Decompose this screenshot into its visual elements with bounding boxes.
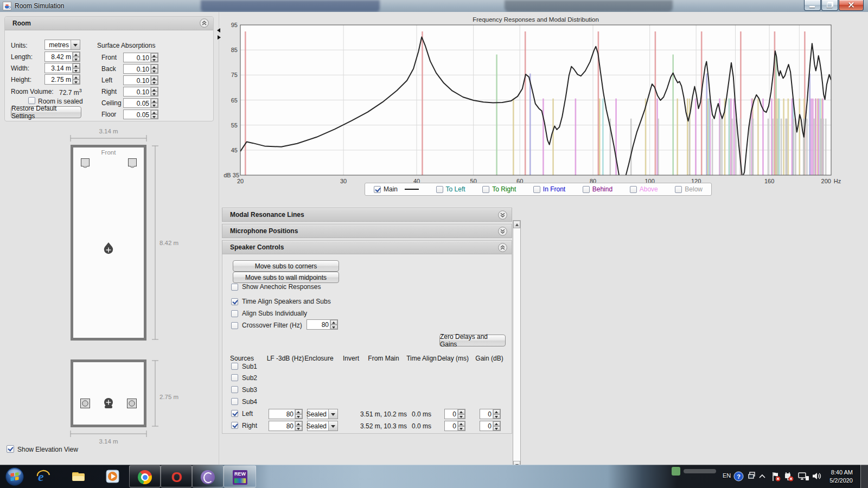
legend-checkbox-above[interactable] [630,186,637,193]
zero-delays-gains-button[interactable]: Zero Delays and Gains [439,335,506,346]
source-checkbox-sub3[interactable] [231,386,238,393]
spinner-up-icon[interactable] [295,409,302,414]
collapse-chevron-icon[interactable] [498,243,507,252]
spinner-down-icon[interactable] [151,80,158,85]
frequency-response-chart[interactable]: 958575655545dB 3520304050608010012016020… [221,22,845,185]
windows-explorer-icon[interactable] [71,469,86,484]
spinner-down-icon[interactable] [151,57,158,62]
media-player-icon[interactable] [105,469,120,484]
room-elevation-view-diagram[interactable]: 2.75 m 3.14 m [0,347,217,450]
spinner-down-icon[interactable] [151,114,158,119]
section-speaker-controls[interactable]: Speaker Controls [222,240,512,254]
taskbar-clock[interactable]: 8:40 AM 5/2/2020 [829,468,853,485]
dropdown-arrow-icon[interactable] [328,421,337,431]
speaker-option-checkbox[interactable] [231,298,238,305]
bittorrent-taskbar-button[interactable] [192,465,224,487]
gain-field[interactable]: 0 [480,409,501,419]
speaker-option-checkbox[interactable] [231,310,238,317]
minimize-button[interactable] [804,0,821,11]
spinner-up-icon[interactable] [151,53,158,57]
spinner-down-icon[interactable] [330,325,337,330]
show-desktop-button[interactable] [860,465,868,488]
spinner-up-icon[interactable] [493,421,500,426]
spinner-up-icon[interactable] [151,87,158,92]
close-button[interactable] [839,0,864,11]
right-speaker-icon[interactable] [129,159,137,168]
spinner-down-icon[interactable] [458,414,465,419]
source-checkbox-left[interactable] [231,410,238,417]
absorption-back-field[interactable]: 0.10 [123,64,158,74]
spinner-down-icon[interactable] [458,426,465,431]
spinner-down-icon[interactable] [493,426,500,431]
spinner-up-icon[interactable] [151,110,158,114]
units-dropdown[interactable]: metres [44,40,80,50]
spinner-down-icon[interactable] [151,92,158,96]
delay-field[interactable]: 0 [444,421,465,431]
spinner-up-icon[interactable] [330,320,337,325]
network-tray-icon[interactable] [797,471,809,482]
source-checkbox-sub4[interactable] [231,398,238,405]
spinner-up-icon[interactable] [458,409,465,414]
section-microphone-positions[interactable]: Microphone Positions [222,224,512,238]
spinner-up-icon[interactable] [493,409,500,414]
gain-field[interactable]: 0 [480,421,501,431]
room-top-view-diagram[interactable]: 3.14 m Front 8.42 m [0,124,217,347]
crossover-frequency-field[interactable]: 80 [307,319,338,330]
scroll-up-icon[interactable] [513,221,520,228]
lf-cutoff-field[interactable]: 80 [269,421,303,431]
spinner-up-icon[interactable] [458,421,465,426]
absorption-left-field[interactable]: 0.10 [123,75,158,85]
spinner-down-icon[interactable] [73,57,80,62]
spinner-down-icon[interactable] [295,426,302,431]
language-indicator[interactable]: EN [723,472,731,479]
length-field[interactable]: 8.42 m [44,52,80,62]
speaker-option-checkbox[interactable] [231,322,238,329]
absorption-floor-field[interactable]: 0.05 [123,110,158,119]
spinner-down-icon[interactable] [151,103,158,107]
start-button[interactable] [5,467,24,486]
spinner-down-icon[interactable] [295,414,302,419]
right-speaker-elevation-icon[interactable] [127,399,137,408]
spinner-up-icon[interactable] [295,421,302,426]
height-field[interactable]: 2.75 m [44,74,80,85]
spinner-down-icon[interactable] [73,80,80,85]
source-checkbox-sub1[interactable] [231,363,238,370]
action-center-flag-icon[interactable] [770,471,781,482]
collapse-chevron-icon[interactable] [200,18,209,28]
legend-checkbox-main[interactable] [374,186,381,193]
dropdown-arrow-icon[interactable] [328,409,337,419]
rew-taskbar-button[interactable]: REW [224,465,256,487]
section-modal-resonance-lines[interactable]: Modal Resonance Lines [222,208,512,222]
absorption-ceiling-field[interactable]: 0.05 [123,98,158,108]
chrome-taskbar-button[interactable] [129,465,161,487]
device-problem-tray-icon[interactable] [783,471,794,482]
internet-explorer-icon[interactable]: e [36,469,50,484]
delay-field[interactable]: 0 [444,409,465,419]
legend-checkbox-in-front[interactable] [533,186,540,193]
spinner-up-icon[interactable] [73,75,80,80]
listener-elevation-icon[interactable] [104,398,113,408]
move-subs-corners-button[interactable]: Move subs to corners [233,260,339,272]
expand-chevron-icon[interactable] [498,210,507,220]
window-tray-icon[interactable] [748,471,756,480]
spinner-down-icon[interactable] [493,414,500,419]
show-elevation-checkbox[interactable] [7,445,14,453]
enclosure-dropdown[interactable]: Sealed [307,409,338,419]
move-subs-midpoints-button[interactable]: Move subs to wall midpoints [233,272,339,283]
spinner-up-icon[interactable] [151,99,158,103]
source-checkbox-right[interactable] [231,422,238,429]
opera-taskbar-button[interactable]: O [161,465,192,487]
legend-checkbox-to-right[interactable] [482,186,489,193]
lf-cutoff-field[interactable]: 80 [269,409,303,419]
spinner-up-icon[interactable] [73,63,80,68]
spinner-up-icon[interactable] [151,76,158,80]
width-field[interactable]: 3.14 m [44,63,80,73]
restore-defaults-button[interactable]: Restore Default Settings [11,106,81,118]
absorption-right-field[interactable]: 0.10 [123,87,158,97]
left-speaker-icon[interactable] [81,159,90,168]
source-checkbox-sub2[interactable] [231,374,238,381]
room-panel-header[interactable]: Room [5,17,213,30]
expand-chevron-icon[interactable] [498,227,507,236]
volume-tray-icon[interactable] [812,471,821,481]
room-sealed-checkbox[interactable] [28,97,35,104]
